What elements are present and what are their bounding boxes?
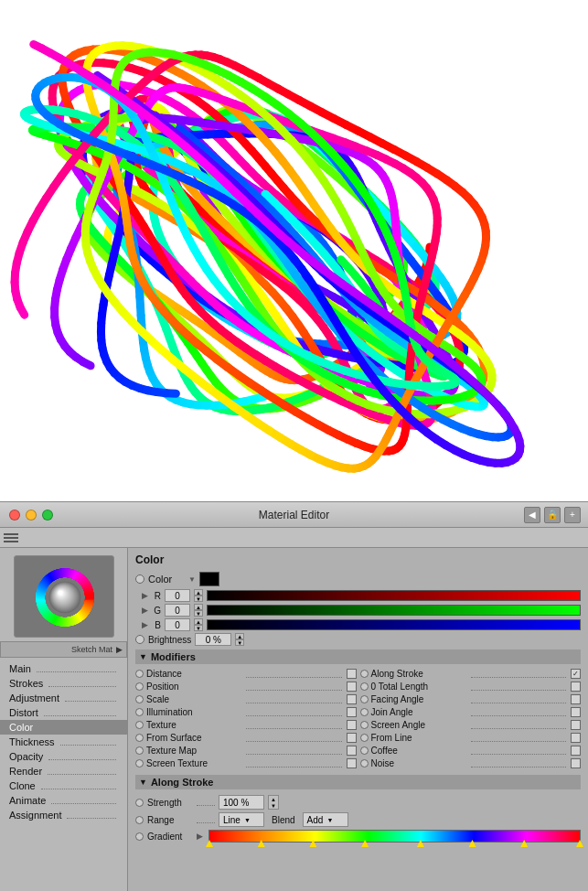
minimize-button[interactable]: [26, 510, 37, 521]
gradient-bar[interactable]: [208, 830, 581, 843]
mod-coffee-checkbox[interactable]: [571, 746, 581, 756]
mod-scale-checkbox[interactable]: [347, 694, 357, 704]
channel-g-down[interactable]: ▼: [194, 610, 203, 617]
brightness-input[interactable]: [195, 633, 231, 646]
mod-position-checkbox[interactable]: [347, 682, 357, 692]
close-button[interactable]: [9, 510, 20, 521]
gradient-stop-5[interactable]: [469, 840, 476, 847]
mod-illumination-circle: [135, 708, 144, 716]
channel-g-stepper[interactable]: ▲ ▼: [194, 604, 203, 617]
mod-from-line-checkbox[interactable]: [571, 733, 581, 743]
mod-from-surface-checkbox[interactable]: [347, 733, 357, 743]
mod-from-line-label: From Line: [371, 733, 466, 743]
range-value: Line: [223, 815, 241, 825]
along-stroke-header[interactable]: ▼ Along Stroke: [135, 775, 581, 789]
range-row: Range Line ▼ Blend Add ▼: [135, 812, 581, 827]
sidebar-item-distort[interactable]: Distort: [0, 705, 127, 720]
gradient-stop-4[interactable]: [417, 840, 424, 847]
strength-circle: [135, 799, 144, 807]
sidebar-item-strokes[interactable]: Strokes: [0, 676, 127, 691]
strength-down[interactable]: ▼: [269, 802, 278, 809]
mod-total-length-checkbox[interactable]: [571, 682, 581, 692]
mod-scale-circle: [135, 695, 144, 703]
window-controls: [9, 510, 53, 521]
channel-r-row: ▶ R ▲ ▼: [135, 589, 581, 602]
channel-b-bar[interactable]: [207, 619, 581, 630]
sidebar-item-animate[interactable]: Animate: [0, 793, 127, 808]
channel-g-input[interactable]: [165, 604, 190, 617]
brightness-down[interactable]: ▼: [235, 639, 244, 646]
sidebar-item-main[interactable]: Main: [0, 661, 127, 676]
channel-r-down[interactable]: ▼: [194, 596, 203, 602]
gradient-stop-7[interactable]: [576, 840, 583, 847]
gradient-label: Gradient: [147, 832, 193, 842]
along-stroke-label: Along Stroke: [151, 777, 213, 788]
arrow-left-icon[interactable]: ◀: [524, 507, 540, 523]
mod-distance-circle: [135, 670, 144, 678]
blend-dropdown[interactable]: Add ▼: [303, 812, 348, 827]
brightness-stepper[interactable]: ▲ ▼: [235, 633, 244, 646]
mod-noise-checkbox[interactable]: [571, 758, 581, 768]
channel-b-down[interactable]: ▼: [194, 625, 203, 631]
gradient-stop-2[interactable]: [309, 840, 316, 847]
dropdown-arrow-icon: ▶: [116, 645, 123, 654]
mod-noise: Noise: [360, 757, 582, 769]
channel-g-bar[interactable]: [207, 605, 581, 616]
sidebar-item-clone[interactable]: Clone: [0, 778, 127, 793]
sidebar-item-assignment[interactable]: Assignment: [0, 808, 127, 822]
brightness-up[interactable]: ▲: [235, 633, 244, 639]
gradient-stop-1[interactable]: [258, 840, 265, 847]
modifiers-label: Modifiers: [151, 651, 196, 662]
mod-screen-angle-checkbox[interactable]: [571, 720, 581, 730]
mod-noise-label: Noise: [371, 758, 466, 768]
strength-stepper[interactable]: ▲ ▼: [268, 795, 279, 810]
channel-r-up[interactable]: ▲: [194, 589, 203, 596]
blend-dropdown-arrow: ▼: [326, 817, 333, 823]
sidebar-item-thickness[interactable]: Thickness: [0, 735, 127, 749]
nav-dots-assignment: [67, 811, 116, 819]
lock-icon[interactable]: 🔒: [544, 507, 561, 523]
range-dropdown[interactable]: Line ▼: [219, 812, 264, 827]
channel-b-stepper[interactable]: ▲ ▼: [194, 618, 203, 631]
sidebar-item-render[interactable]: Render: [0, 764, 127, 778]
channel-b-input[interactable]: [165, 618, 190, 631]
main-layout: Sketch Mat ▶ MainStrokesAdjustmentDistor…: [0, 548, 588, 891]
channel-r-arrow: ▶: [135, 591, 148, 600]
mod-from-line: From Line: [360, 732, 582, 744]
maximize-button[interactable]: [42, 510, 53, 521]
mod-coffee-label: Coffee: [371, 746, 466, 756]
channel-r-stepper[interactable]: ▲ ▼: [194, 589, 203, 602]
modifiers-header[interactable]: ▼ Modifiers: [135, 649, 581, 664]
mod-facing-angle-checkbox[interactable]: [571, 694, 581, 704]
mod-along-stroke-checkbox[interactable]: [571, 669, 581, 679]
channel-r-bar[interactable]: [207, 590, 581, 601]
material-nav-dropdown[interactable]: Sketch Mat ▶: [0, 641, 127, 658]
channel-g-up[interactable]: ▲: [194, 604, 203, 610]
mod-distance-checkbox[interactable]: [347, 669, 357, 679]
brightness-label: Brightness: [148, 635, 191, 645]
channel-b-up[interactable]: ▲: [194, 618, 203, 625]
sidebar-nav: MainStrokesAdjustmentDistortColorThickne…: [0, 660, 127, 891]
mod-total-length-label: 0 Total Length: [371, 682, 466, 692]
sidebar-item-opacity[interactable]: Opacity: [0, 749, 127, 764]
mod-join-angle-checkbox[interactable]: [571, 707, 581, 717]
mod-from-surface: From Surface: [135, 732, 357, 744]
material-preview: [14, 555, 114, 638]
add-icon[interactable]: +: [564, 507, 581, 523]
gradient-stop-3[interactable]: [361, 840, 369, 847]
strength-up[interactable]: ▲: [269, 796, 278, 802]
range-circle: [135, 816, 144, 824]
sidebar-item-adjustment[interactable]: Adjustment: [0, 691, 127, 705]
color-swatch[interactable]: [199, 572, 219, 586]
channel-r-input[interactable]: [165, 589, 190, 602]
sidebar-item-color[interactable]: Color: [0, 720, 127, 735]
mod-join-angle: Join Angle: [360, 706, 582, 718]
mod-texture-checkbox[interactable]: [347, 720, 357, 730]
strength-value[interactable]: 100 %: [219, 795, 264, 810]
gradient-stop-0[interactable]: [206, 840, 213, 847]
mod-screen-texture-checkbox[interactable]: [347, 758, 357, 768]
mod-texture-map-checkbox[interactable]: [347, 746, 357, 756]
sidebar-item-label-main: Main: [9, 663, 31, 674]
mod-illumination-checkbox[interactable]: [347, 707, 357, 717]
gradient-stop-6[interactable]: [520, 840, 528, 847]
